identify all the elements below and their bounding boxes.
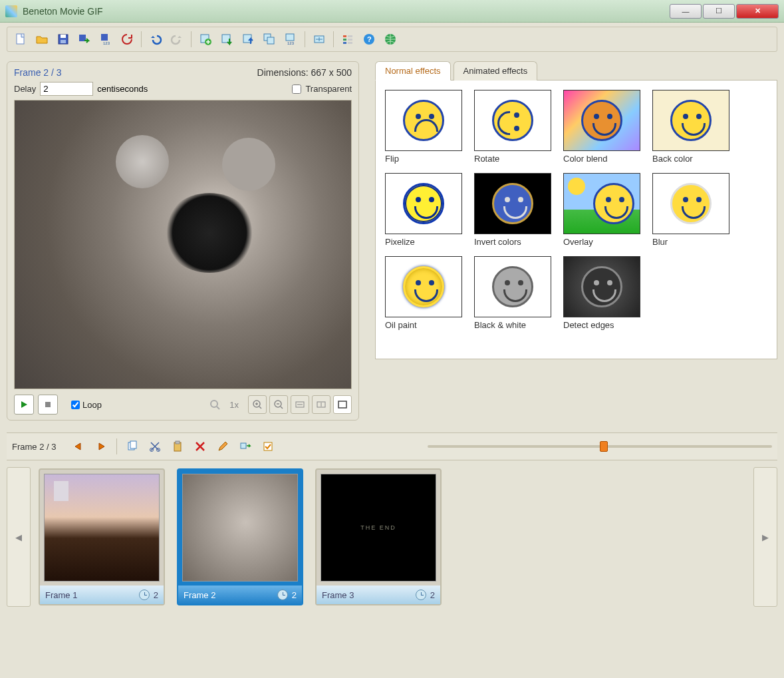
fullscreen-button[interactable] bbox=[333, 395, 352, 414]
svg-rect-37 bbox=[176, 441, 180, 444]
svg-rect-13 bbox=[286, 34, 294, 41]
tab-normal-effects[interactable]: Normal effects bbox=[375, 61, 451, 81]
save-button[interactable] bbox=[54, 30, 72, 49]
svg-rect-19 bbox=[348, 35, 352, 37]
window-title: Beneton Movie GIF bbox=[23, 6, 668, 17]
slider-thumb[interactable] bbox=[600, 441, 608, 452]
svg-rect-2 bbox=[61, 35, 66, 38]
redo-button[interactable] bbox=[168, 30, 186, 49]
zoom-out-button[interactable] bbox=[269, 395, 288, 414]
cut-button[interactable] bbox=[146, 437, 164, 456]
timeline-toolbar: Frame 2 / 3 bbox=[7, 432, 777, 460]
svg-rect-31 bbox=[338, 401, 346, 408]
svg-rect-3 bbox=[61, 40, 66, 43]
svg-rect-17 bbox=[343, 39, 346, 41]
svg-rect-21 bbox=[348, 42, 352, 44]
frame-card-1[interactable]: Frame 12 bbox=[39, 468, 165, 605]
clock-icon bbox=[139, 590, 150, 600]
maximize-button[interactable]: ☐ bbox=[703, 4, 735, 19]
frame-thumb: THE END bbox=[321, 474, 436, 582]
prev-frame-button[interactable] bbox=[69, 437, 88, 456]
effect-pixelize[interactable]: Pixelize bbox=[385, 173, 465, 247]
zoom-icon bbox=[209, 399, 220, 410]
app-icon bbox=[5, 5, 17, 17]
new-file-button[interactable] bbox=[11, 30, 30, 49]
next-frame-button[interactable] bbox=[92, 437, 110, 456]
svg-rect-5 bbox=[101, 34, 108, 41]
effect-oil-paint[interactable]: Oil paint bbox=[385, 256, 465, 330]
svg-rect-12 bbox=[267, 37, 274, 44]
minimize-button[interactable]: — bbox=[670, 4, 702, 19]
undo-button[interactable] bbox=[146, 30, 165, 49]
svg-rect-18 bbox=[343, 42, 346, 44]
save-frames-button[interactable]: 123 bbox=[96, 30, 115, 49]
import-frame-button[interactable] bbox=[217, 30, 236, 49]
export-frames-button[interactable]: 123 bbox=[281, 30, 300, 49]
frame-thumb bbox=[182, 474, 298, 582]
website-button[interactable] bbox=[381, 30, 400, 49]
svg-point-26 bbox=[211, 401, 217, 407]
help-button[interactable]: ? bbox=[360, 30, 378, 49]
preview-panel: Frame 2 / 3 Dimensions: 667 x 500 Delay … bbox=[7, 61, 359, 421]
close-button[interactable]: ✕ bbox=[736, 4, 779, 19]
delay-unit: centiseconds bbox=[97, 84, 148, 94]
export-frame-button[interactable] bbox=[239, 30, 257, 49]
resize-button[interactable] bbox=[310, 30, 328, 49]
effect-overlay[interactable]: Overlay bbox=[563, 173, 643, 247]
effect-flip[interactable]: Flip bbox=[385, 90, 465, 164]
main-toolbar: 123 123 ? bbox=[7, 27, 777, 52]
svg-rect-16 bbox=[343, 35, 346, 37]
fit-window-button[interactable] bbox=[312, 395, 330, 414]
frames-list: Frame 12 Frame 22 THE END Frame 32 bbox=[37, 467, 747, 607]
tab-animated-effects[interactable]: Animated effects bbox=[454, 61, 538, 81]
frame-card-2[interactable]: Frame 22 bbox=[177, 468, 303, 605]
zoom-in-button[interactable] bbox=[248, 395, 267, 414]
effects-panel: Normal effects Animated effects Flip Rot… bbox=[375, 61, 777, 421]
delay-input[interactable] bbox=[40, 82, 93, 96]
effect-black-white[interactable]: Black & white bbox=[474, 256, 554, 330]
loop-checkbox[interactable] bbox=[71, 401, 80, 409]
svg-rect-39 bbox=[264, 442, 272, 450]
svg-rect-20 bbox=[348, 39, 352, 41]
open-file-button[interactable] bbox=[33, 30, 51, 49]
copy-button[interactable] bbox=[123, 437, 142, 456]
move-frame-button[interactable] bbox=[236, 437, 255, 456]
frame-card-3[interactable]: THE END Frame 32 bbox=[315, 468, 442, 605]
preview-image bbox=[14, 100, 352, 389]
svg-text:?: ? bbox=[367, 35, 372, 43]
properties-button[interactable] bbox=[338, 30, 357, 49]
stop-button[interactable] bbox=[38, 395, 58, 415]
duplicate-frame-button[interactable] bbox=[260, 30, 279, 49]
effect-back-color[interactable]: Back color bbox=[652, 90, 732, 164]
edit-frame-button[interactable] bbox=[213, 437, 232, 456]
zoom-label: 1x bbox=[229, 400, 239, 410]
svg-rect-25 bbox=[45, 402, 51, 407]
fit-width-button[interactable] bbox=[291, 395, 309, 414]
timeline-slider[interactable] bbox=[428, 445, 772, 448]
effect-detect-edges[interactable]: Detect edges bbox=[563, 256, 643, 330]
delay-label: Delay bbox=[14, 84, 36, 94]
clock-icon bbox=[277, 590, 288, 600]
svg-rect-38 bbox=[241, 443, 246, 448]
effect-rotate[interactable]: Rotate bbox=[474, 90, 554, 164]
paste-button[interactable] bbox=[168, 437, 187, 456]
add-frame-button[interactable] bbox=[196, 30, 215, 49]
select-all-button[interactable] bbox=[259, 437, 277, 456]
play-button[interactable] bbox=[14, 395, 34, 415]
timeline-frame-label: Frame 2 / 3 bbox=[12, 442, 56, 452]
svg-rect-33 bbox=[130, 441, 136, 448]
transparent-label: Transparent bbox=[305, 84, 352, 94]
clock-icon bbox=[416, 590, 426, 600]
effect-invert-colors[interactable]: Invert colors bbox=[474, 173, 554, 247]
frames-scroll-right[interactable]: ▶ bbox=[753, 467, 777, 607]
frames-scroll-left[interactable]: ◀ bbox=[7, 467, 31, 607]
reload-button[interactable] bbox=[118, 30, 136, 49]
delete-frame-button[interactable] bbox=[191, 437, 209, 456]
save-as-button[interactable] bbox=[75, 30, 94, 49]
effect-blur[interactable]: Blur bbox=[652, 173, 732, 247]
loop-label: Loop bbox=[82, 400, 102, 410]
effect-color-blend[interactable]: Color blend bbox=[563, 90, 643, 164]
transparent-checkbox[interactable] bbox=[292, 85, 301, 94]
svg-text:123: 123 bbox=[103, 41, 110, 45]
titlebar: Beneton Movie GIF — ☐ ✕ bbox=[0, 0, 784, 23]
